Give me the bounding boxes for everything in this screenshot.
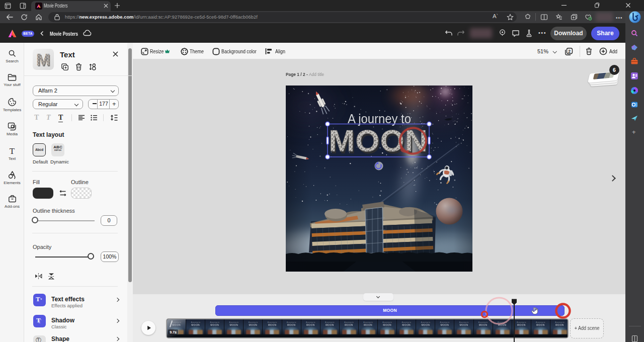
svg-text:2: 2	[568, 49, 571, 54]
svg-text:M: M	[36, 50, 50, 69]
